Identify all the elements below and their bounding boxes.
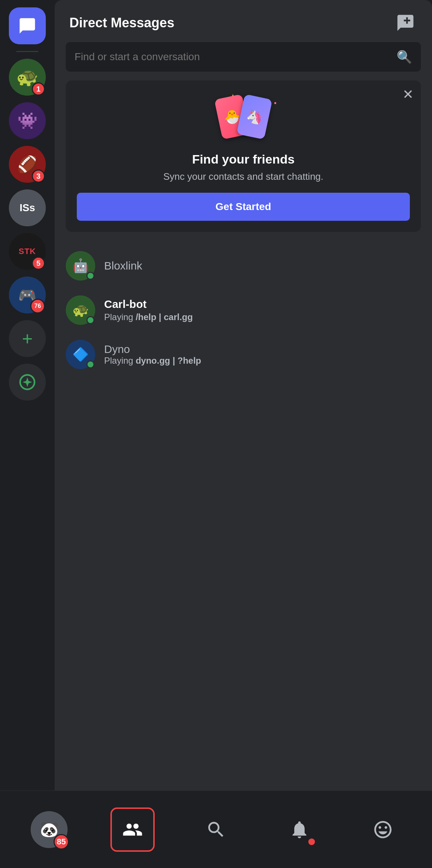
friends-icon	[122, 819, 143, 840]
sidebar-badge-war: 76	[30, 299, 45, 313]
sidebar-item-discover[interactable]	[9, 364, 46, 401]
conv-info: Bloxlink	[104, 260, 421, 272]
conv-status: Playing /help | carl.gg	[104, 312, 421, 322]
sidebar-item-war[interactable]: 🎮 76	[9, 277, 46, 313]
new-dm-icon	[396, 13, 415, 32]
avatar: 🐢	[66, 295, 95, 325]
nav-item-emoji[interactable]	[361, 807, 405, 852]
sidebar-separator	[16, 51, 38, 52]
status-game: /help | carl.gg	[136, 312, 193, 322]
conv-info: Carl-bot Playing /help | carl.gg	[104, 298, 421, 322]
status-game: dyno.gg | ?help	[136, 356, 201, 366]
conv-info: Dyno Playing dyno.gg | ?help	[104, 343, 421, 366]
status-playing: Playing	[104, 356, 136, 366]
notifications-icon	[289, 819, 310, 840]
find-friends-card: ✕ ✦ 🐣 🦄 • Find your friends Sync your co…	[66, 80, 421, 232]
sidebar-item-sports[interactable]: 🏈 3	[9, 146, 46, 183]
nav-item-profile[interactable]: 🐼 85	[27, 807, 71, 852]
plus-icon: +	[22, 328, 32, 349]
sidebar-badge-sports: 3	[32, 169, 45, 183]
nav-item-notifications[interactable]	[277, 807, 322, 852]
dm-icon	[18, 17, 37, 35]
search-icon: 🔍	[397, 49, 412, 64]
find-friends-title: Find your friends	[77, 152, 410, 167]
search-input[interactable]	[75, 51, 391, 63]
sidebar: 🐢 1 👾 🏈 3 ISs STK 5 🎮 76 +	[0, 0, 55, 790]
search-bar[interactable]: 🔍	[66, 42, 421, 72]
nav-item-search[interactable]	[194, 807, 238, 852]
card-illustration: ✦ 🐣 🦄 •	[77, 92, 410, 143]
conv-name: Carl-bot	[104, 298, 421, 311]
sidebar-item-purple[interactable]: 👾	[9, 102, 46, 139]
list-item[interactable]: 🤖 Bloxlink	[55, 244, 432, 288]
online-dot	[86, 360, 95, 368]
list-item[interactable]: 🔷 Dyno Playing dyno.gg | ?help	[55, 332, 432, 377]
sidebar-item-stk[interactable]: STK 5	[9, 233, 46, 270]
close-button[interactable]: ✕	[402, 88, 414, 101]
profile-avatar: 🐼 85	[31, 811, 68, 848]
sidebar-item-dm[interactable]	[9, 7, 46, 44]
search-nav-icon	[206, 819, 226, 840]
conversation-list: 🤖 Bloxlink 🐢 Carl-bot Playing /help | ca…	[55, 244, 432, 790]
conv-name: Bloxlink	[104, 260, 421, 272]
sidebar-item-add[interactable]: +	[9, 320, 46, 357]
find-friends-subtitle: Sync your contacts and start chatting.	[77, 171, 410, 182]
dm-panel: Direct Messages 🔍 ✕ ✦ 🐣	[55, 0, 432, 790]
sidebar-item-iss[interactable]: ISs	[9, 189, 46, 226]
emoji-icon	[373, 819, 393, 840]
list-item[interactable]: 🐢 Carl-bot Playing /help | carl.gg	[55, 288, 432, 332]
bottom-nav: 🐼 85	[0, 790, 432, 868]
page-title: Direct Messages	[69, 15, 174, 31]
nav-item-friends[interactable]	[110, 807, 155, 852]
avatar: 🤖	[66, 251, 95, 281]
notification-dot	[308, 838, 315, 845]
conv-name: Dyno	[104, 343, 421, 356]
conv-status: Playing dyno.gg | ?help	[104, 356, 421, 366]
sidebar-item-turtle[interactable]: 🐢 1	[9, 59, 46, 96]
new-dm-button[interactable]	[394, 11, 417, 35]
sidebar-badge-stk: 5	[32, 257, 45, 270]
discover-icon	[18, 373, 37, 392]
sidebar-badge-turtle: 1	[32, 82, 45, 96]
sparkle-dot-icon: •	[274, 99, 277, 107]
profile-badge: 85	[54, 834, 69, 850]
online-dot	[86, 272, 95, 280]
dm-header: Direct Messages	[55, 0, 432, 42]
get-started-button[interactable]: Get Started	[77, 193, 410, 221]
avatar: 🔷	[66, 340, 95, 369]
status-playing: Playing	[104, 312, 136, 322]
online-dot	[86, 316, 95, 324]
